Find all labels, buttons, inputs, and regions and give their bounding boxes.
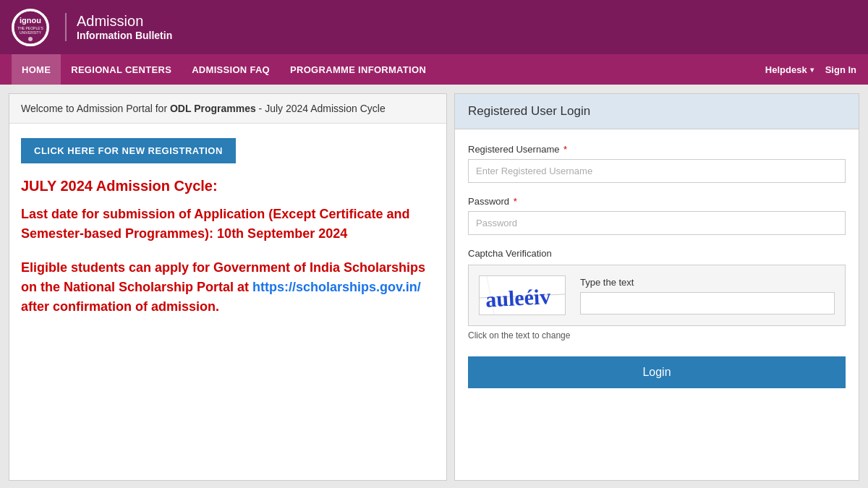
username-input[interactable]	[468, 159, 846, 183]
login-button[interactable]: Login	[468, 356, 846, 388]
password-label: Password *	[468, 196, 846, 207]
info-heading: JULY 2024 Admission Cycle:	[21, 178, 435, 194]
scholarship-text: Eligible students can apply for Governme…	[21, 258, 435, 317]
navbar-right: Helpdesk ▾ Sign In	[765, 64, 856, 75]
header-title-sub: Information Bulletin	[77, 30, 172, 41]
captcha-input[interactable]	[580, 292, 835, 314]
header-title-main: Admission	[77, 13, 172, 30]
right-panel: Registered User Login Registered Usernam…	[454, 93, 859, 481]
main-content: Welcome to Admission Portal for ODL Prog…	[0, 85, 868, 488]
helpdesk-menu[interactable]: Helpdesk ▾	[765, 64, 814, 75]
welcome-text-before: Welcome to Admission Portal for	[21, 103, 170, 114]
scholarship-link[interactable]: https://scholarships.gov.in/	[252, 280, 421, 294]
captcha-section-label: Captcha Verification	[468, 248, 846, 259]
username-group: Registered Username *	[468, 144, 846, 183]
welcome-text-after: - July 2024 Admission Cycle	[256, 103, 386, 114]
nav-home[interactable]: HOME	[12, 54, 61, 85]
login-panel-header: Registered User Login	[455, 94, 859, 129]
nav-admission-faq[interactable]: ADMISSION FAQ	[182, 54, 280, 85]
signin-label: Sign In	[825, 64, 856, 75]
svg-point-4	[28, 37, 33, 41]
captcha-image[interactable]: auleéiv	[479, 275, 566, 315]
left-panel: Welcome to Admission Portal for ODL Prog…	[9, 93, 447, 481]
site-header: ignou THE PEOPLE'S UNIVERSITY Admission …	[0, 0, 868, 54]
ignou-logo-svg: ignou THE PEOPLE'S UNIVERSITY	[13, 10, 48, 45]
password-input[interactable]	[468, 211, 846, 235]
main-navbar: HOME REGIONAL CENTERS ADMISSION FAQ PROG…	[0, 54, 868, 85]
welcome-bar: Welcome to Admission Portal for ODL Prog…	[9, 94, 446, 124]
username-label: Registered Username *	[468, 144, 846, 155]
helpdesk-label: Helpdesk	[765, 64, 807, 75]
captcha-box: auleéiv Type the text	[468, 265, 846, 326]
header-title-block: Admission Information Bulletin	[65, 13, 172, 41]
login-form-body: Registered Username * Password * Captcha…	[455, 129, 859, 403]
captcha-type-label: Type the text	[580, 277, 835, 288]
new-registration-button[interactable]: CLICK HERE FOR NEW REGISTRATION	[21, 138, 236, 163]
welcome-text-bold: ODL Programmes	[170, 103, 256, 114]
svg-text:auleéiv: auleéiv	[485, 284, 551, 312]
last-date-text: Last date for submission of Application …	[21, 205, 435, 244]
chevron-down-icon: ▾	[810, 66, 814, 74]
svg-text:UNIVERSITY: UNIVERSITY	[20, 30, 42, 35]
captcha-svg: auleéiv	[480, 276, 565, 314]
left-content-area: CLICK HERE FOR NEW REGISTRATION JULY 202…	[9, 124, 446, 331]
captcha-right-area: Type the text	[580, 277, 835, 314]
logo-area: ignou THE PEOPLE'S UNIVERSITY Admission …	[12, 9, 172, 46]
scholarship-text-after: after confirmation of admission.	[21, 299, 219, 314]
password-group: Password *	[468, 196, 846, 235]
username-required-marker: *	[563, 144, 567, 155]
captcha-hint: Click on the text to change	[468, 330, 846, 341]
password-required-marker: *	[514, 196, 517, 207]
captcha-section: Captcha Verification auleéiv Type the te…	[468, 248, 846, 341]
signin-link[interactable]: Sign In	[825, 64, 856, 75]
logo-circle: ignou THE PEOPLE'S UNIVERSITY	[12, 9, 49, 46]
navbar-left: HOME REGIONAL CENTERS ADMISSION FAQ PROG…	[12, 54, 765, 85]
svg-text:ignou: ignou	[20, 16, 41, 25]
nav-programme-info[interactable]: PROGRAMME INFORMATION	[280, 54, 436, 85]
nav-regional-centers[interactable]: REGIONAL CENTERS	[61, 54, 182, 85]
